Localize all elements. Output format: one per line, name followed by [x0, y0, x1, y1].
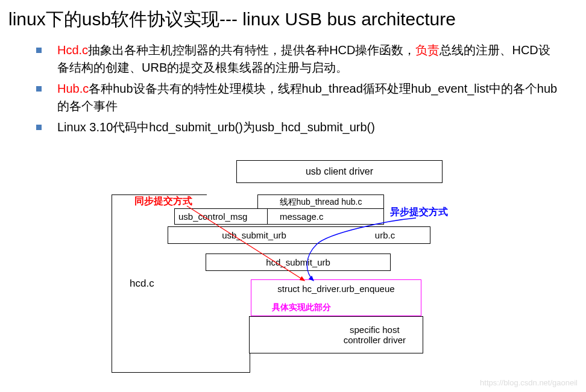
page-title: linux下的usb软件协议实现--- linux USB bus archit…	[0, 0, 586, 34]
architecture-diagram: hcd.c usb client driver 线程hub_thread hub…	[112, 160, 509, 377]
box-hub-thread: 线程hub_thread hub.c	[257, 194, 384, 210]
bullet-marker-icon	[36, 86, 42, 92]
box-control-msg: usb_control_msg	[174, 208, 268, 225]
box-usb-submit-urb: usb_submit_urb	[168, 226, 341, 244]
bullet-list: Hcd.c抽象出各种主机控制器的共有特性，提供各种HCD操作函数，负责总线的注册…	[0, 34, 586, 136]
bullet-marker-icon	[36, 48, 42, 53]
box-message-c: message.c	[267, 208, 384, 225]
impl-note: 具体实现此部分	[272, 302, 331, 313]
sync-label: 同步提交方式	[134, 195, 192, 208]
box-client-driver: usb client driver	[236, 160, 443, 183]
hcd-label: hcd.c	[130, 278, 154, 290]
bullet-marker-icon	[36, 125, 42, 130]
async-label: 异步提交方式	[390, 206, 448, 219]
bullet-text: Hcd.c抽象出各种主机控制器的共有特性，提供各种HCD操作函数，负责总线的注册…	[57, 42, 562, 76]
watermark: https://blog.csdn.net/gaoneil	[480, 378, 578, 387]
box-hcd-submit-urb: hcd_submit_urb	[206, 254, 391, 271]
bullet-item: Hcd.c抽象出各种主机控制器的共有特性，提供各种HCD操作函数，负责总线的注册…	[36, 42, 562, 76]
bullet-text: Hub.c各种hub设备共有的特性处理模块，线程hub_thread循环处理hu…	[57, 80, 562, 115]
bullet-item: Hub.c各种hub设备共有的特性处理模块，线程hub_thread循环处理hu…	[36, 80, 562, 115]
bullet-item: Linux 3.10代码中hcd_submit_urb()为usb_hcd_su…	[36, 119, 562, 136]
bullet-text: Linux 3.10代码中hcd_submit_urb()为usb_hcd_su…	[57, 119, 375, 136]
hcd-outer-bottom	[112, 353, 250, 373]
box-specific-host: specific host controller driver	[249, 316, 423, 353]
box-urb-c: urb.c	[340, 226, 430, 244]
